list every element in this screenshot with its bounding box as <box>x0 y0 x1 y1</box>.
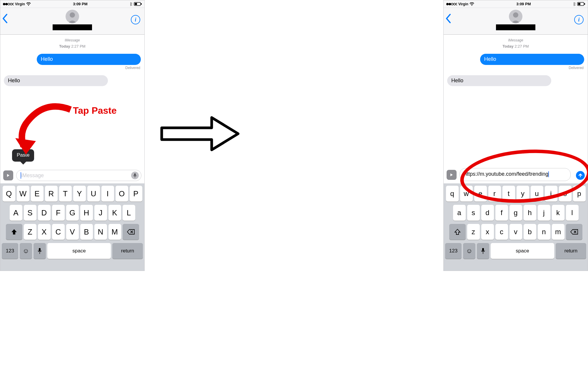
key-return[interactable]: return <box>556 243 586 259</box>
battery-icon <box>577 2 585 6</box>
bluetooth-icon <box>573 2 576 6</box>
key-v[interactable]: V <box>66 224 79 240</box>
key-dictation[interactable] <box>34 243 46 259</box>
key-v[interactable]: v <box>510 224 522 240</box>
key-d[interactable]: D <box>38 205 51 221</box>
key-l[interactable]: L <box>123 205 135 221</box>
message-input[interactable]: iMessage <box>16 170 141 181</box>
svg-point-1 <box>5 3 8 5</box>
dictation-button[interactable] <box>131 172 139 179</box>
key-space[interactable]: space <box>47 243 111 259</box>
key-b[interactable]: B <box>80 224 93 240</box>
svg-rect-10 <box>134 173 136 176</box>
key-q[interactable]: q <box>446 186 459 202</box>
conversation-header: i <box>0 8 144 35</box>
svg-point-2 <box>8 3 10 5</box>
key-q[interactable]: Q <box>3 186 15 202</box>
key-n[interactable]: N <box>94 224 107 240</box>
thread-timestamp: Today 2:27 PM <box>4 44 141 48</box>
key-w[interactable]: W <box>17 186 29 202</box>
key-o[interactable]: O <box>116 186 128 202</box>
keyboard-row-2: a s d f g h j k l <box>445 205 586 221</box>
received-message-bubble[interactable]: Hello <box>4 75 108 86</box>
received-message-bubble[interactable]: Hello <box>447 75 551 86</box>
key-numbers[interactable]: 123 <box>445 243 462 259</box>
key-f[interactable]: f <box>495 205 508 221</box>
back-button[interactable] <box>445 13 452 26</box>
key-h[interactable]: H <box>80 205 93 221</box>
message-placeholder: iMessage <box>21 172 44 179</box>
key-d[interactable]: d <box>481 205 494 221</box>
key-i[interactable]: I <box>101 186 114 202</box>
key-x[interactable]: x <box>481 224 494 240</box>
key-dictation[interactable] <box>477 243 489 259</box>
key-delete[interactable] <box>123 224 139 240</box>
info-button[interactable]: i <box>574 15 584 24</box>
key-n[interactable]: n <box>538 224 550 240</box>
key-s[interactable]: S <box>24 205 36 221</box>
key-h[interactable]: h <box>524 205 536 221</box>
annotation-curved-arrow-icon <box>9 102 74 155</box>
back-button[interactable] <box>2 13 9 26</box>
info-button[interactable]: i <box>131 15 140 24</box>
key-g[interactable]: G <box>66 205 79 221</box>
conversation-header: i <box>444 8 588 35</box>
apps-button[interactable] <box>3 170 13 180</box>
annotation-transition-arrow-icon <box>159 115 241 153</box>
keyboard-row-2: A S D F G H J K L <box>2 205 143 221</box>
carrier-label: Virgin <box>15 2 25 6</box>
status-bar: Virgin 3:09 PM <box>444 0 588 8</box>
backspace-icon <box>570 229 578 235</box>
key-return[interactable]: return <box>112 243 143 259</box>
key-x[interactable]: X <box>38 224 51 240</box>
key-p[interactable]: P <box>130 186 142 202</box>
keyboard-row-3: Z X C V B N M <box>2 224 143 240</box>
svg-rect-22 <box>584 3 585 5</box>
key-shift[interactable] <box>449 224 466 240</box>
key-k[interactable]: K <box>108 205 121 221</box>
key-shift[interactable] <box>6 224 22 240</box>
keyboard-row-1: Q W E R T Y U I O P <box>2 186 143 202</box>
key-s[interactable]: s <box>467 205 480 221</box>
key-r[interactable]: R <box>45 186 58 202</box>
svg-rect-7 <box>135 3 137 5</box>
carrier-label: Virgin <box>458 2 468 6</box>
key-numbers[interactable]: 123 <box>2 243 18 259</box>
key-k[interactable]: k <box>552 205 564 221</box>
contact-avatar[interactable] <box>66 10 79 23</box>
svg-point-23 <box>513 12 518 18</box>
key-z[interactable]: z <box>467 224 480 240</box>
apps-button[interactable] <box>447 170 457 180</box>
key-m[interactable]: M <box>108 224 121 240</box>
sent-message-bubble[interactable]: Hello <box>480 54 584 65</box>
key-t[interactable]: T <box>59 186 72 202</box>
key-g[interactable]: g <box>510 205 522 221</box>
key-f[interactable]: F <box>52 205 65 221</box>
thread-service-label: iMessage <box>4 38 141 42</box>
key-c[interactable]: c <box>495 224 508 240</box>
key-b[interactable]: b <box>524 224 536 240</box>
key-e[interactable]: E <box>31 186 44 202</box>
key-j[interactable]: j <box>538 205 550 221</box>
key-emoji[interactable]: ☺ <box>463 243 475 259</box>
delivered-label: Delivered <box>4 66 140 70</box>
compose-bar: iMessage <box>0 167 144 183</box>
key-u[interactable]: U <box>87 186 100 202</box>
key-emoji[interactable]: ☺ <box>20 243 32 259</box>
contact-avatar[interactable] <box>509 10 522 23</box>
key-delete[interactable] <box>566 224 582 240</box>
key-z[interactable]: Z <box>24 224 36 240</box>
key-space[interactable]: space <box>491 243 554 259</box>
svg-point-4 <box>13 3 14 5</box>
key-a[interactable]: a <box>453 205 466 221</box>
backspace-icon <box>127 229 135 235</box>
key-j[interactable]: J <box>94 205 107 221</box>
key-m[interactable]: m <box>552 224 564 240</box>
key-a[interactable]: A <box>10 205 22 221</box>
key-y[interactable]: Y <box>73 186 86 202</box>
svg-point-19 <box>471 5 472 6</box>
wifi-icon <box>470 2 474 6</box>
key-c[interactable]: C <box>52 224 65 240</box>
key-l[interactable]: l <box>566 205 579 221</box>
sent-message-bubble[interactable]: Hello <box>37 54 141 65</box>
